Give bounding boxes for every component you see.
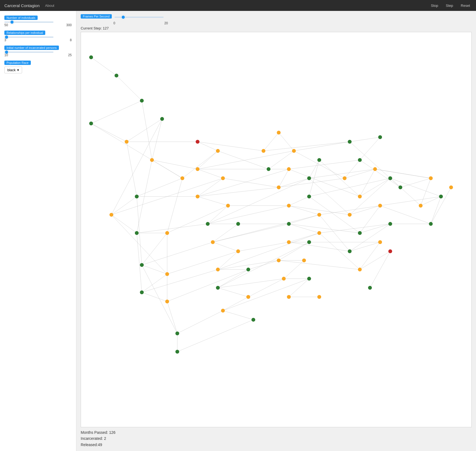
population-race-section: Population Race black ▾ xyxy=(4,60,72,73)
stop-button[interactable]: Stop xyxy=(429,2,440,9)
incarcerated-label: Initial number of incarcerated persons xyxy=(4,46,59,50)
fps-label: Frames Per Second xyxy=(81,14,112,19)
incarcerated-slider[interactable] xyxy=(4,52,53,53)
fps-labels: 0 20 xyxy=(113,21,168,25)
step-button[interactable]: Step xyxy=(444,2,455,9)
app-title: Carceral Contagion xyxy=(4,3,40,8)
num-individuals-min: 50 xyxy=(4,23,8,27)
num-individuals-slider-row xyxy=(4,22,72,23)
relationships-section: Relationships per individual 3 8 xyxy=(4,30,72,42)
navbar: Carceral Contagion About Stop Step Reset xyxy=(0,0,476,11)
relationships-label: Relationships per individual xyxy=(4,31,45,35)
simulation-canvas xyxy=(81,32,471,427)
stats-area: Months Passed: 126 Incarcerated: 2 Relea… xyxy=(81,427,472,448)
about-link[interactable]: About xyxy=(45,4,54,8)
fps-max: 20 xyxy=(164,21,168,25)
num-individuals-section: Number of individuals 50 300 xyxy=(4,15,72,27)
relationships-min: 3 xyxy=(4,38,6,42)
incarcerated-max: 25 xyxy=(68,53,72,57)
relationships-max: 8 xyxy=(70,38,72,42)
num-individuals-slider[interactable] xyxy=(4,22,53,23)
incarcerated-slider-row xyxy=(4,52,72,53)
relationships-slider-row xyxy=(4,37,72,38)
num-individuals-max: 300 xyxy=(66,23,72,27)
population-race-label: Population Race xyxy=(4,61,31,65)
fps-slider[interactable] xyxy=(115,17,164,18)
simulation-canvas-container xyxy=(81,32,472,427)
population-race-dropdown[interactable]: black ▾ xyxy=(4,67,22,73)
reset-button[interactable]: Reset xyxy=(459,2,472,9)
incarcerated-min: 10 xyxy=(4,53,8,57)
months-passed: Months Passed: 126 xyxy=(81,429,472,435)
left-panel: Number of individuals 50 300 Relationshi… xyxy=(0,11,76,451)
num-individuals-label: Number of individuals xyxy=(4,16,38,20)
released-stat: Released:49 xyxy=(81,442,472,448)
right-panel: Frames Per Second 0 20 Current Step: 127… xyxy=(76,11,476,451)
chevron-down-icon: ▾ xyxy=(17,68,19,72)
navbar-right: Stop Step Reset xyxy=(429,2,472,9)
relationships-slider[interactable] xyxy=(4,37,53,38)
incarcerated-stat: Incarcerated: 2 xyxy=(81,435,472,441)
population-race-value: black xyxy=(7,68,16,72)
incarcerated-section: Initial number of incarcerated persons 1… xyxy=(4,45,72,57)
fps-row: Frames Per Second xyxy=(81,14,472,20)
current-step: Current Step: 127 xyxy=(81,26,472,30)
fps-min: 0 xyxy=(113,21,115,25)
main-layout: Number of individuals 50 300 Relationshi… xyxy=(0,11,476,451)
